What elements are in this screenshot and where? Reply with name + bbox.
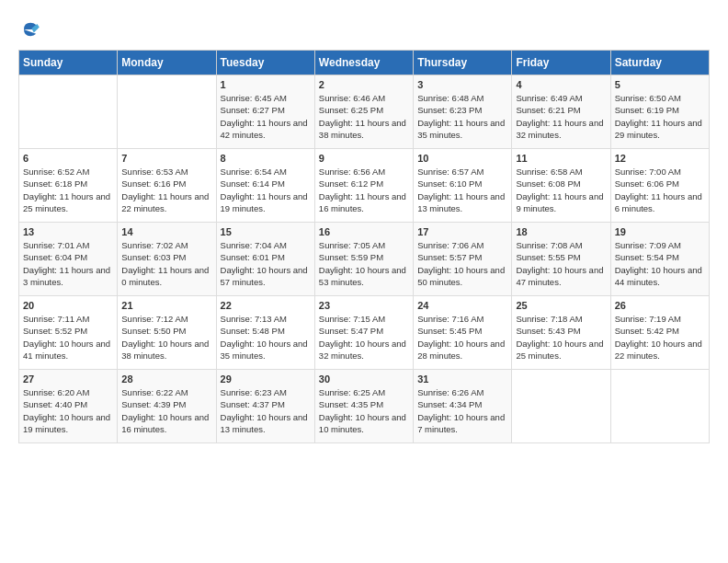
cell-info: Sunrise: 7:09 AMSunset: 5:54 PMDaylight:… [615, 239, 705, 288]
cell-info: Sunrise: 6:57 AMSunset: 6:10 PMDaylight:… [417, 166, 507, 214]
calendar-cell [610, 370, 709, 443]
calendar-cell: 18Sunrise: 7:08 AMSunset: 5:55 PMDayligh… [512, 223, 610, 296]
calendar-cell: 24Sunrise: 7:16 AMSunset: 5:45 PMDayligh… [414, 296, 512, 370]
calendar-cell: 31Sunrise: 6:26 AMSunset: 4:34 PMDayligh… [414, 370, 512, 443]
day-number: 28 [121, 373, 211, 385]
calendar-cell: 15Sunrise: 7:04 AMSunset: 6:01 PMDayligh… [216, 223, 314, 296]
day-number: 25 [516, 300, 606, 311]
header-wednesday: Wednesday [314, 51, 413, 75]
calendar-cell: 21Sunrise: 7:12 AMSunset: 5:50 PMDayligh… [118, 296, 216, 370]
cell-info: Sunrise: 7:19 AMSunset: 5:42 PMDaylight:… [615, 313, 705, 362]
cell-info: Sunrise: 6:49 AMSunset: 6:21 PMDaylight:… [516, 92, 606, 141]
cell-info: Sunrise: 7:13 AMSunset: 5:48 PMDaylight:… [221, 313, 311, 362]
calendar-cell: 26Sunrise: 7:19 AMSunset: 5:42 PMDayligh… [610, 296, 709, 370]
cell-info: Sunrise: 7:04 AMSunset: 6:01 PMDaylight:… [221, 239, 311, 288]
calendar-cell: 27Sunrise: 6:20 AMSunset: 4:40 PMDayligh… [19, 370, 118, 443]
cell-info: Sunrise: 7:15 AMSunset: 5:47 PMDaylight:… [319, 313, 409, 362]
day-number: 11 [516, 153, 606, 164]
day-number: 24 [417, 300, 507, 311]
day-number: 14 [121, 226, 211, 237]
cell-info: Sunrise: 6:56 AMSunset: 6:12 PMDaylight:… [319, 166, 409, 214]
day-number: 30 [319, 373, 409, 385]
logo-icon [18, 18, 40, 40]
cell-info: Sunrise: 6:25 AMSunset: 4:35 PMDaylight:… [319, 386, 409, 435]
header-friday: Friday [512, 51, 610, 75]
cell-info: Sunrise: 6:26 AMSunset: 4:34 PMDaylight:… [417, 386, 507, 435]
calendar-cell: 16Sunrise: 7:05 AMSunset: 5:59 PMDayligh… [314, 223, 413, 296]
calendar-cell: 20Sunrise: 7:11 AMSunset: 5:52 PMDayligh… [19, 296, 118, 370]
calendar-cell: 10Sunrise: 6:57 AMSunset: 6:10 PMDayligh… [414, 149, 512, 223]
calendar-cell: 11Sunrise: 6:58 AMSunset: 6:08 PMDayligh… [512, 149, 610, 223]
day-number: 4 [516, 79, 606, 90]
calendar-cell: 30Sunrise: 6:25 AMSunset: 4:35 PMDayligh… [314, 370, 413, 443]
day-number: 22 [221, 300, 311, 311]
calendar-cell: 22Sunrise: 7:13 AMSunset: 5:48 PMDayligh… [216, 296, 314, 370]
day-number: 15 [221, 226, 311, 237]
day-number: 13 [23, 226, 113, 237]
day-number: 21 [121, 300, 211, 311]
cell-info: Sunrise: 6:45 AMSunset: 6:27 PMDaylight:… [221, 92, 311, 141]
cell-info: Sunrise: 7:18 AMSunset: 5:43 PMDaylight:… [516, 313, 606, 362]
logo [18, 18, 44, 40]
calendar-cell: 6Sunrise: 6:52 AMSunset: 6:18 PMDaylight… [19, 149, 118, 223]
calendar-week-row: 27Sunrise: 6:20 AMSunset: 4:40 PMDayligh… [19, 370, 710, 443]
calendar-table: SundayMondayTuesdayWednesdayThursdayFrid… [18, 50, 710, 443]
day-number: 27 [23, 373, 113, 385]
calendar-week-row: 1Sunrise: 6:45 AMSunset: 6:27 PMDaylight… [19, 75, 710, 149]
calendar-week-row: 6Sunrise: 6:52 AMSunset: 6:18 PMDaylight… [19, 149, 710, 223]
calendar-week-row: 13Sunrise: 7:01 AMSunset: 6:04 PMDayligh… [19, 223, 710, 296]
day-number: 6 [23, 153, 113, 164]
header-tuesday: Tuesday [216, 51, 314, 75]
calendar-cell: 13Sunrise: 7:01 AMSunset: 6:04 PMDayligh… [19, 223, 118, 296]
cell-info: Sunrise: 6:23 AMSunset: 4:37 PMDaylight:… [221, 386, 311, 435]
calendar-header-row: SundayMondayTuesdayWednesdayThursdayFrid… [19, 51, 710, 75]
cell-info: Sunrise: 6:50 AMSunset: 6:19 PMDaylight:… [615, 92, 705, 141]
day-number: 26 [615, 300, 705, 311]
calendar-cell: 29Sunrise: 6:23 AMSunset: 4:37 PMDayligh… [216, 370, 314, 443]
calendar-cell: 2Sunrise: 6:46 AMSunset: 6:25 PMDaylight… [314, 75, 413, 149]
cell-info: Sunrise: 7:16 AMSunset: 5:45 PMDaylight:… [417, 313, 507, 362]
calendar-cell: 25Sunrise: 7:18 AMSunset: 5:43 PMDayligh… [512, 296, 610, 370]
cell-info: Sunrise: 6:58 AMSunset: 6:08 PMDaylight:… [516, 166, 606, 214]
cell-info: Sunrise: 6:53 AMSunset: 6:16 PMDaylight:… [121, 166, 211, 214]
calendar-cell [19, 75, 118, 149]
calendar-cell: 17Sunrise: 7:06 AMSunset: 5:57 PMDayligh… [414, 223, 512, 296]
calendar-cell [118, 75, 216, 149]
header-sunday: Sunday [19, 51, 118, 75]
cell-info: Sunrise: 6:22 AMSunset: 4:39 PMDaylight:… [121, 386, 211, 435]
cell-info: Sunrise: 7:02 AMSunset: 6:03 PMDaylight:… [121, 239, 211, 288]
cell-info: Sunrise: 6:20 AMSunset: 4:40 PMDaylight:… [23, 386, 113, 435]
cell-info: Sunrise: 7:05 AMSunset: 5:59 PMDaylight:… [319, 239, 409, 288]
day-number: 23 [319, 300, 409, 311]
day-number: 2 [319, 79, 409, 90]
cell-info: Sunrise: 7:00 AMSunset: 6:06 PMDaylight:… [615, 166, 705, 214]
cell-info: Sunrise: 7:06 AMSunset: 5:57 PMDaylight:… [417, 239, 507, 288]
day-number: 1 [221, 79, 311, 90]
day-number: 7 [121, 153, 211, 164]
day-number: 10 [417, 153, 507, 164]
header-thursday: Thursday [414, 51, 512, 75]
calendar-cell: 3Sunrise: 6:48 AMSunset: 6:23 PMDaylight… [414, 75, 512, 149]
calendar-cell: 14Sunrise: 7:02 AMSunset: 6:03 PMDayligh… [118, 223, 216, 296]
calendar-cell: 1Sunrise: 6:45 AMSunset: 6:27 PMDaylight… [216, 75, 314, 149]
day-number: 8 [221, 153, 311, 164]
page-header [18, 18, 710, 40]
calendar-cell: 19Sunrise: 7:09 AMSunset: 5:54 PMDayligh… [610, 223, 709, 296]
calendar-cell: 12Sunrise: 7:00 AMSunset: 6:06 PMDayligh… [610, 149, 709, 223]
cell-info: Sunrise: 7:12 AMSunset: 5:50 PMDaylight:… [121, 313, 211, 362]
cell-info: Sunrise: 6:52 AMSunset: 6:18 PMDaylight:… [23, 166, 113, 214]
calendar-cell [512, 370, 610, 443]
cell-info: Sunrise: 6:48 AMSunset: 6:23 PMDaylight:… [417, 92, 507, 141]
day-number: 17 [417, 226, 507, 237]
cell-info: Sunrise: 7:01 AMSunset: 6:04 PMDaylight:… [23, 239, 113, 288]
day-number: 9 [319, 153, 409, 164]
day-number: 20 [23, 300, 113, 311]
calendar-cell: 28Sunrise: 6:22 AMSunset: 4:39 PMDayligh… [118, 370, 216, 443]
day-number: 12 [615, 153, 705, 164]
day-number: 31 [417, 373, 507, 385]
calendar-cell: 5Sunrise: 6:50 AMSunset: 6:19 PMDaylight… [610, 75, 709, 149]
day-number: 19 [615, 226, 705, 237]
cell-info: Sunrise: 6:46 AMSunset: 6:25 PMDaylight:… [319, 92, 409, 141]
header-monday: Monday [118, 51, 216, 75]
calendar-cell: 7Sunrise: 6:53 AMSunset: 6:16 PMDaylight… [118, 149, 216, 223]
